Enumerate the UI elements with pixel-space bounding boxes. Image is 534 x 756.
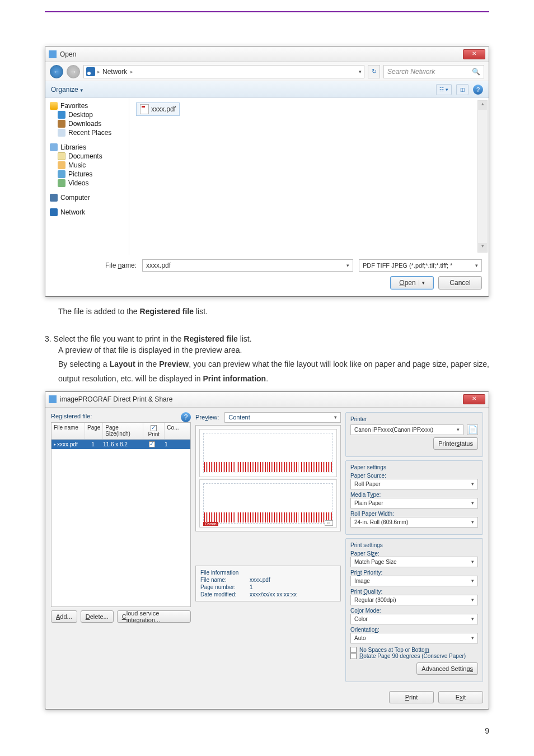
- add-button[interactable]: Add...: [51, 610, 77, 623]
- titlebar: Open ✕: [45, 46, 489, 62]
- scroll-down[interactable]: ▾: [478, 243, 487, 252]
- table-header: File name Page Page Size(inch) Print Co.…: [51, 423, 190, 440]
- nav-downloads[interactable]: Downloads: [48, 119, 127, 128]
- no-spaces-checkbox[interactable]: No Spaces at Top or Bottom: [350, 647, 478, 653]
- documents-icon: [58, 152, 65, 160]
- pictures-icon: [58, 170, 65, 178]
- file-type-select[interactable]: PDF TIFF JPEG (*.pdf;*.tif;*.tiff; * ▾: [359, 259, 482, 272]
- open-dialog-title: Open: [60, 50, 463, 58]
- preview-panel: Preview: Content ▾ Canon ▭ File informat…: [195, 412, 341, 685]
- breadcrumb-dropdown[interactable]: ▾: [359, 69, 362, 74]
- view-button[interactable]: ☷ ▾: [436, 84, 452, 95]
- printer-status-button[interactable]: Printer status: [433, 437, 478, 450]
- nav-videos[interactable]: Videos: [48, 179, 127, 188]
- forward-button[interactable]: →: [67, 65, 80, 78]
- nav-pictures[interactable]: Pictures: [48, 170, 127, 179]
- dps-title: imagePROGRAF Direct Print & Share: [60, 395, 463, 403]
- scrollbar[interactable]: ▴ ▾: [477, 100, 488, 253]
- breadcrumb-label: Network: [102, 68, 127, 76]
- chevron-down-icon[interactable]: ▾: [475, 263, 478, 268]
- col-print[interactable]: Print: [143, 423, 165, 439]
- refresh-button[interactable]: ↻: [368, 65, 380, 78]
- nav-recent-places[interactable]: Recent Places: [48, 128, 127, 137]
- file-list[interactable]: xxxx.pdf ▴ ▾: [129, 98, 489, 255]
- file-name-input[interactable]: xxxx.pdf ▾: [142, 259, 353, 272]
- search-placeholder: Search Network: [387, 68, 435, 76]
- file-item-label: xxxx.pdf: [151, 105, 176, 113]
- step-3-sub1: A preview of that file is displayed in t…: [58, 343, 489, 357]
- help-button[interactable]: ?: [473, 85, 483, 95]
- table-row[interactable]: ▸xxxx.pdf 1 11.6 x 8.2 1: [51, 440, 190, 450]
- color-mode-select[interactable]: Color▾: [350, 614, 478, 624]
- checkbox-icon: [350, 653, 357, 659]
- chevron-down-icon[interactable]: ▾: [334, 414, 337, 420]
- col-co[interactable]: Co...: [165, 423, 190, 439]
- open-button[interactable]: Open ▾: [390, 276, 434, 290]
- chevron-down-icon[interactable]: ▾: [346, 263, 349, 268]
- dps-titlebar: imagePROGRAF Direct Print & Share ✕: [45, 392, 489, 408]
- nav-music[interactable]: Music: [48, 161, 127, 170]
- preview-select[interactable]: Content ▾: [224, 412, 341, 423]
- toolbar: Organize▼ ☷ ▾ ◫ ?: [45, 81, 489, 98]
- printer-select[interactable]: Canon iPFxxxx(Canon iPFxxxx)▾: [350, 424, 463, 435]
- paper-source-label: Paper Source:: [350, 473, 478, 479]
- orientation-select[interactable]: Auto▾: [350, 633, 478, 643]
- paper-source-select[interactable]: Roll Paper▾: [350, 479, 478, 489]
- registered-file-table[interactable]: File name Page Page Size(inch) Print Co.…: [51, 422, 191, 607]
- paper-size-select[interactable]: Match Page Size▾: [350, 557, 478, 567]
- search-input[interactable]: Search Network 🔍: [383, 65, 484, 78]
- dialog-footer: File name: xxxx.pdf ▾ PDF TIFF JPEG (*.p…: [45, 255, 489, 296]
- settings-panel: Printer Canon iPFxxxx(Canon iPFxxxx)▾ 📄 …: [345, 412, 483, 685]
- media-type-select[interactable]: Plain Paper▾: [350, 498, 478, 508]
- preview-pane-button[interactable]: ◫: [456, 84, 469, 95]
- advanced-settings-button[interactable]: Advanced Settings: [416, 662, 478, 675]
- open-dialog: Open ✕ ← → ▸ Network ▸ ▾ ↻ Search Networ…: [45, 46, 489, 297]
- back-button[interactable]: ←: [50, 65, 63, 78]
- dialog-body: Favorites Desktop Downloads Recent Place…: [45, 98, 489, 255]
- col-filename[interactable]: File name: [51, 423, 85, 439]
- paper-size-label: Paper Size:: [350, 550, 478, 557]
- print-quality-select[interactable]: Regular (300dpi)▾: [350, 595, 478, 605]
- open-split-dropdown[interactable]: ▾: [419, 280, 425, 286]
- print-priority-select[interactable]: Image▾: [350, 576, 478, 586]
- libraries-icon: [50, 143, 58, 151]
- col-pagesize[interactable]: Page Size(inch): [103, 423, 143, 439]
- help-icon[interactable]: ?: [181, 412, 191, 422]
- nav-libraries[interactable]: Libraries: [48, 143, 127, 152]
- organize-button[interactable]: Organize▼: [51, 86, 84, 94]
- media-type-label: Media Type:: [350, 492, 478, 498]
- printer-properties-button[interactable]: 📄: [467, 424, 478, 435]
- nav-documents[interactable]: Documents: [48, 152, 127, 161]
- print-priority-label: Print Priority:: [350, 570, 478, 576]
- cloud-service-button[interactable]: Cloud service integration...: [117, 610, 191, 623]
- breadcrumb[interactable]: ▸ Network ▸ ▾: [83, 65, 364, 78]
- breadcrumb-chevron: ▸: [130, 69, 133, 74]
- print-button[interactable]: Print: [389, 691, 434, 703]
- dps-close-button[interactable]: ✕: [463, 394, 485, 404]
- scroll-up[interactable]: ▴: [478, 101, 487, 110]
- col-page[interactable]: Page: [85, 423, 103, 439]
- step-3-sub2: By selecting a Layout in the Preview, yo…: [58, 357, 489, 385]
- network-icon: [86, 67, 95, 76]
- nav-computer[interactable]: Computer: [48, 193, 127, 202]
- printer-group-label: Printer: [350, 416, 478, 422]
- delete-button[interactable]: Delete...: [81, 610, 114, 623]
- paper-settings-group: Paper settings Paper Source: Roll Paper▾…: [345, 460, 483, 535]
- print-quality-label: Print Quality:: [350, 589, 478, 595]
- nav-network[interactable]: Network: [48, 208, 127, 217]
- close-button[interactable]: ✕: [463, 49, 485, 59]
- exit-button[interactable]: Exit: [438, 691, 483, 703]
- pdf-icon: [140, 104, 149, 114]
- registered-file-panel: Registered file: ? File name Page Page S…: [51, 412, 191, 685]
- print-header-checkbox[interactable]: [151, 425, 157, 431]
- downloads-icon: [58, 120, 65, 128]
- nav-favorites[interactable]: Favorites: [48, 101, 127, 110]
- row-print-checkbox[interactable]: [149, 441, 155, 447]
- cancel-button[interactable]: Cancel: [438, 276, 482, 290]
- file-item[interactable]: xxxx.pdf: [136, 102, 180, 116]
- nav-desktop[interactable]: Desktop: [48, 110, 127, 119]
- roll-width-select[interactable]: 24-in. Roll (609.6mm)▾: [350, 517, 478, 528]
- rotate-checkbox[interactable]: Rotate Page 90 degrees (Conserve Paper): [350, 653, 478, 659]
- address-bar: ← → ▸ Network ▸ ▾ ↻ Search Network 🔍: [45, 62, 489, 81]
- orientation-label: Orientation:: [350, 627, 478, 633]
